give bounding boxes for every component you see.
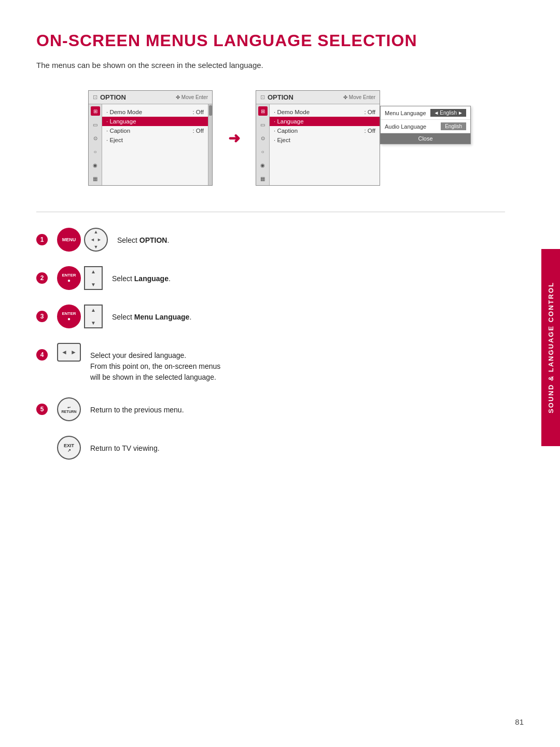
popup-close-button[interactable]: Close <box>381 133 470 144</box>
tv-menu-right-icons: ⊞ ▭ ⊙ ○ ◉ ▦ <box>256 104 270 185</box>
tv-menu-left: ⊡ OPTION ✤ Move Enter ⊞ ▭ ⊙ ○ ◉ ▦ <box>88 90 213 186</box>
menu-icon-4: ○ <box>91 147 100 156</box>
step-6-badge <box>36 442 48 453</box>
tv-menu-left-title: OPTION <box>100 93 126 101</box>
enter-button-3: ENTER ● <box>57 305 81 328</box>
step-1-buttons: MENU ▲ ◄ ► ▼ <box>57 228 108 252</box>
scroll-thumb-left <box>209 105 212 116</box>
subtitle: The menus can be shown on the screen in … <box>36 61 505 70</box>
main-content: ON-SCREEN MENUS LANGUAGE SELECTION The m… <box>0 0 541 491</box>
tv-menu-right-body: ⊞ ▭ ⊙ ○ ◉ ▦ · Demo Mode : Off · Langu <box>256 104 380 185</box>
menu-item-r-caption: · Caption : Off <box>274 126 375 135</box>
tv-menu-right-nav: ✤ Move Enter <box>343 94 375 100</box>
popup-menu-language-row: Menu Language ◄ English ► <box>381 106 470 120</box>
menu-icon-r4: ○ <box>258 147 268 156</box>
side-tab-label: Sound & Language Control <box>547 282 555 413</box>
page-number: 81 <box>515 717 524 726</box>
menu-item-caption: · Caption : Off <box>106 126 204 135</box>
tv-menu-left-items: · Demo Mode : Off · Language · Caption :… <box>102 104 208 185</box>
tv-menu-right-title: OPTION <box>268 93 293 101</box>
menu-icon-1: ⊞ <box>91 106 100 116</box>
divider <box>36 212 505 212</box>
menu-item-r-eject: · Eject <box>274 135 375 145</box>
menu-button: MENU <box>57 228 81 252</box>
nav-box-3: ▲ ▼ <box>84 305 103 328</box>
menu-icon-r2: ▭ <box>258 120 268 129</box>
tv-menu-left-body: ⊞ ▭ ⊙ ○ ◉ ▦ · Demo Mode : Off · Language <box>89 104 212 185</box>
arrow-right: ➜ <box>228 130 240 147</box>
scroll-indicator-left <box>208 104 212 185</box>
menu-item-r-demo: · Demo Mode : Off <box>274 107 375 117</box>
menu-icon-r1: ⊞ <box>258 106 268 116</box>
language-popup: Menu Language ◄ English ► Audio Language… <box>380 106 471 144</box>
popup-audio-language-value: English <box>441 122 466 130</box>
tv-menu-left-nav: ✤ Move Enter <box>176 94 208 100</box>
step-5-text: Return to the previous menu. <box>90 397 184 416</box>
step-3-badge: 3 <box>36 311 48 322</box>
nav-box-2: ▲ ▼ <box>84 266 103 290</box>
return-button: ↩ RETURN <box>57 397 81 421</box>
step-1: 1 MENU ▲ ◄ ► ▼ Select OPTION. <box>36 228 505 252</box>
menu-icon-3: ⊙ <box>91 133 100 143</box>
lr-button: ◄ ► <box>57 343 81 362</box>
exit-button: EXIT ↗ <box>57 436 81 460</box>
popup-audio-language-label: Audio Language <box>385 123 426 130</box>
menu-icon-2: ▭ <box>91 120 100 129</box>
step-4-text: Select your desired language. From this … <box>90 343 220 383</box>
popup-menu-language-value: English <box>440 110 457 116</box>
step-6: EXIT ↗ Return to TV viewing. <box>36 436 505 460</box>
step-2: 2 ENTER ● ▲ ▼ Select Language. <box>36 266 505 290</box>
menu-item-demo: · Demo Mode : Off <box>106 107 204 117</box>
step-4-buttons: ◄ ► <box>57 343 81 362</box>
step-6-text: Return to TV viewing. <box>90 436 160 454</box>
enter-button-2: ENTER ● <box>57 266 81 290</box>
step-1-badge: 1 <box>36 234 48 245</box>
step-5-badge: 5 <box>36 404 48 415</box>
step-3: 3 ENTER ● ▲ ▼ Select Menu Language. <box>36 305 505 328</box>
side-tab: Sound & Language Control <box>541 249 560 446</box>
menu-icon-r5: ◉ <box>258 160 268 170</box>
steps-area: 1 MENU ▲ ◄ ► ▼ Select OPTION. 2 <box>36 228 505 460</box>
tv-menu-left-header: ⊡ OPTION ✤ Move Enter <box>89 91 212 104</box>
step-3-buttons: ENTER ● ▲ ▼ <box>57 305 103 328</box>
step-5-buttons: ↩ RETURN <box>57 397 81 421</box>
menu-icon-r3: ⊙ <box>258 133 268 143</box>
menu-item-language: · Language <box>102 117 208 126</box>
popup-menu-language-btn[interactable]: ◄ English ► <box>430 109 466 117</box>
tv-menu-left-icons: ⊞ ▭ ⊙ ○ ◉ ▦ <box>89 104 102 185</box>
step-2-buttons: ENTER ● ▲ ▼ <box>57 266 103 290</box>
step-1-text: Select OPTION. <box>117 228 169 246</box>
menu-icon-r6: ▦ <box>258 174 268 183</box>
step-3-text: Select Menu Language. <box>112 305 191 323</box>
popup-menu-language-label: Menu Language <box>385 110 426 116</box>
popup-audio-language-row: Audio Language English <box>381 120 470 133</box>
step-2-badge: 2 <box>36 272 48 284</box>
tv-menu-right-header: ⊡ OPTION ✤ Move Enter <box>256 91 380 104</box>
tv-menu-right: ⊡ OPTION ✤ Move Enter ⊞ ▭ ⊙ ○ ◉ <box>256 90 380 186</box>
page-title: ON-SCREEN MENUS LANGUAGE SELECTION <box>36 31 505 50</box>
step-4-badge: 4 <box>36 349 48 361</box>
tv-menu-right-wrapper: ⊡ OPTION ✤ Move Enter ⊞ ▭ ⊙ ○ ◉ <box>256 90 380 186</box>
menu-icon-5: ◉ <box>91 160 100 170</box>
nav-wheel-1: ▲ ◄ ► ▼ <box>84 228 108 252</box>
step-2-text: Select Language. <box>112 266 171 284</box>
step-5: 5 ↩ RETURN Return to the previous menu. <box>36 397 505 421</box>
tv-menu-right-items: · Demo Mode : Off · Language · Caption :… <box>270 104 380 185</box>
menu-item-r-language: · Language <box>270 117 380 126</box>
step-4: 4 ◄ ► Select your desired language. From… <box>36 343 505 383</box>
menu-icon-6: ▦ <box>91 174 100 183</box>
menu-item-eject: · Eject <box>106 135 204 145</box>
step-6-buttons: EXIT ↗ <box>57 436 81 460</box>
screenshot-area: ⊡ OPTION ✤ Move Enter ⊞ ▭ ⊙ ○ ◉ ▦ <box>88 90 505 186</box>
